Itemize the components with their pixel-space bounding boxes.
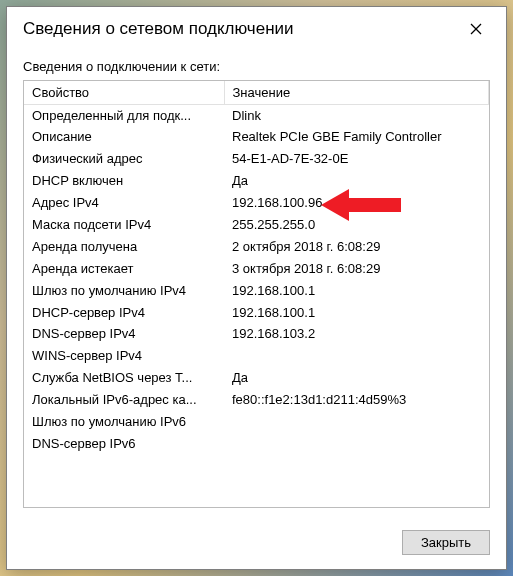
property-cell: Шлюз по умолчанию IPv4 [24, 280, 224, 302]
property-cell: DHCP-сервер IPv4 [24, 302, 224, 324]
value-cell [224, 433, 489, 455]
property-cell: Аренда получена [24, 236, 224, 258]
table-row[interactable]: DHCP-сервер IPv4192.168.100.1 [24, 302, 489, 324]
value-cell: 2 октября 2018 г. 6:08:29 [224, 236, 489, 258]
table-row[interactable]: Аренда истекает3 октября 2018 г. 6:08:29 [24, 258, 489, 280]
value-cell [224, 411, 489, 433]
value-cell: 192.168.100.96 [224, 193, 489, 215]
table-row[interactable]: Локальный IPv6-адрес ка...fe80::f1e2:13d… [24, 390, 489, 412]
value-cell: Dlink [224, 105, 489, 127]
properties-table: Свойство Значение Определенный для подк.… [24, 81, 489, 455]
network-details-dialog: Сведения о сетевом подключении Сведения … [6, 6, 507, 570]
property-cell: Описание [24, 127, 224, 149]
value-cell: fe80::f1e2:13d1:d211:4d59%3 [224, 390, 489, 412]
property-cell: DNS-сервер IPv4 [24, 324, 224, 346]
table-row[interactable]: Адрес IPv4192.168.100.96 [24, 193, 489, 215]
table-row[interactable]: DHCP включенДа [24, 171, 489, 193]
property-cell: Служба NetBIOS через T... [24, 368, 224, 390]
property-cell: Аренда истекает [24, 258, 224, 280]
value-cell: 3 октября 2018 г. 6:08:29 [224, 258, 489, 280]
value-cell [224, 346, 489, 368]
close-icon[interactable] [460, 17, 492, 41]
value-cell: 192.168.100.1 [224, 280, 489, 302]
table-row[interactable]: Физический адрес54-E1-AD-7E-32-0E [24, 149, 489, 171]
table-row[interactable]: Шлюз по умолчанию IPv6 [24, 411, 489, 433]
property-cell: DNS-сервер IPv6 [24, 433, 224, 455]
value-cell: Да [224, 368, 489, 390]
value-cell: 255.255.255.0 [224, 214, 489, 236]
dialog-footer: Закрыть [7, 520, 506, 569]
property-cell: Маска подсети IPv4 [24, 214, 224, 236]
close-button[interactable]: Закрыть [402, 530, 490, 555]
table-row[interactable]: DNS-сервер IPv4192.168.103.2 [24, 324, 489, 346]
table-row[interactable]: Маска подсети IPv4255.255.255.0 [24, 214, 489, 236]
property-cell: Адрес IPv4 [24, 193, 224, 215]
value-cell: Да [224, 171, 489, 193]
table-row[interactable]: Определенный для подк...Dlink [24, 105, 489, 127]
table-row[interactable]: Служба NetBIOS через T...Да [24, 368, 489, 390]
property-cell: WINS-сервер IPv4 [24, 346, 224, 368]
titlebar: Сведения о сетевом подключении [7, 7, 506, 51]
property-cell: Физический адрес [24, 149, 224, 171]
value-cell: 192.168.100.1 [224, 302, 489, 324]
value-cell: 54-E1-AD-7E-32-0E [224, 149, 489, 171]
table-row[interactable]: Шлюз по умолчанию IPv4192.168.100.1 [24, 280, 489, 302]
col-property[interactable]: Свойство [24, 81, 224, 105]
table-row[interactable]: WINS-сервер IPv4 [24, 346, 489, 368]
property-cell: Локальный IPv6-адрес ка... [24, 390, 224, 412]
property-cell: DHCP включен [24, 171, 224, 193]
table-row[interactable]: ОписаниеRealtek PCIe GBE Family Controll… [24, 127, 489, 149]
table-header-row[interactable]: Свойство Значение [24, 81, 489, 105]
subheader: Сведения о подключении к сети: [7, 51, 506, 80]
property-cell: Шлюз по умолчанию IPv6 [24, 411, 224, 433]
col-value[interactable]: Значение [224, 81, 489, 105]
value-cell: Realtek PCIe GBE Family Controller [224, 127, 489, 149]
properties-list: Свойство Значение Определенный для подк.… [23, 80, 490, 508]
dialog-title: Сведения о сетевом подключении [23, 19, 294, 39]
property-cell: Определенный для подк... [24, 105, 224, 127]
value-cell: 192.168.103.2 [224, 324, 489, 346]
table-row[interactable]: Аренда получена2 октября 2018 г. 6:08:29 [24, 236, 489, 258]
table-row[interactable]: DNS-сервер IPv6 [24, 433, 489, 455]
